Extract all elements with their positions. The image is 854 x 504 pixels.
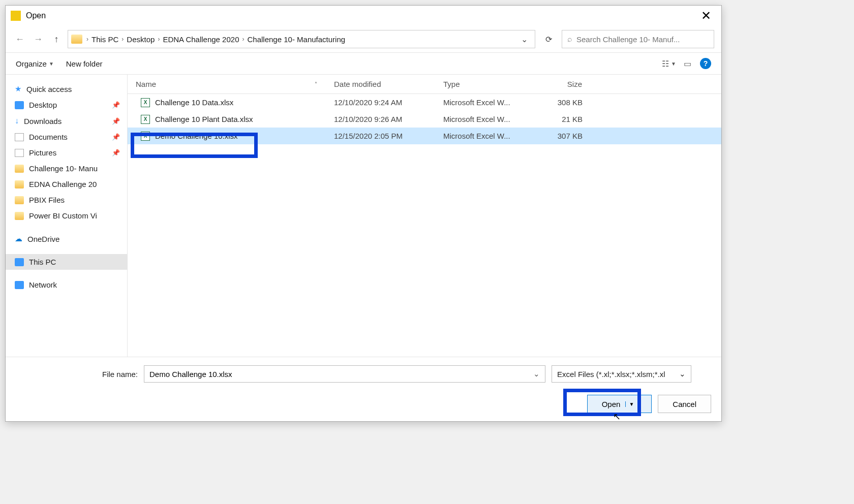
sidebar-quick-access[interactable]: ★ Quick access: [6, 81, 127, 97]
search-input[interactable]: [576, 35, 709, 44]
file-type: Microsoft Excel W...: [435, 115, 527, 123]
folder-icon: [71, 35, 82, 44]
sidebar-label: Documents: [29, 133, 68, 141]
chevron-right-icon: [157, 36, 161, 43]
breadcrumb-dropdown-icon[interactable]: ⌄: [517, 35, 532, 44]
view-mode-button[interactable]: ☷ ▼: [663, 59, 675, 68]
chevron-down-icon[interactable]: ⌄: [533, 369, 540, 379]
file-name: Challenge 10 Data.xlsx: [155, 98, 233, 107]
excel-icon: X: [141, 98, 150, 107]
pin-icon: 📌: [112, 101, 120, 109]
sort-asc-icon: ˄: [315, 81, 317, 87]
toolbar: Organize ▼ New folder ☷ ▼ ▭ ?: [6, 53, 721, 75]
file-type: Microsoft Excel W...: [435, 98, 527, 107]
download-icon: ↓: [15, 116, 19, 125]
organize-button[interactable]: Organize ▼: [16, 59, 54, 68]
file-row[interactable]: XChallenge 10 Data.xlsx 12/10/2020 9:24 …: [128, 94, 721, 111]
cancel-button[interactable]: Cancel: [658, 395, 711, 413]
file-type-filter[interactable]: Excel Files (*.xl;*.xlsx;*.xlsm;*.xl ⌄: [552, 365, 691, 383]
file-area: Name ˄ Date modified Type Size XChalleng…: [128, 75, 721, 357]
sidebar-item-downloads[interactable]: ↓ Downloads 📌: [6, 113, 127, 129]
chevron-right-icon: [85, 36, 89, 43]
chevron-right-icon: [120, 36, 125, 43]
back-button[interactable]: ←: [13, 32, 27, 46]
file-name: Challenge 10 Plant Data.xlsx: [155, 115, 253, 123]
sidebar-item-desktop[interactable]: Desktop 📌: [6, 97, 127, 113]
excel-icon: X: [141, 132, 150, 141]
sidebar-label: OneDrive: [27, 235, 59, 243]
open-file-dialog: Open ✕ ← → ↑ This PC Desktop EDNA Challe…: [5, 5, 722, 422]
folder-icon: [15, 196, 24, 204]
breadcrumb-segment[interactable]: This PC: [89, 35, 120, 44]
column-name[interactable]: Name ˄: [128, 75, 326, 93]
breadcrumb-segment[interactable]: EDNA Challenge 2020: [161, 35, 241, 44]
filename-value: Demo Challenge 10.xlsx: [149, 370, 232, 379]
button-row: Open ▼ Cancel ↖: [6, 391, 721, 421]
sidebar: ★ Quick access Desktop 📌 ↓ Downloads 📌 D…: [6, 75, 128, 357]
sidebar-item-this-pc[interactable]: This PC: [6, 254, 127, 270]
body-area: ★ Quick access Desktop 📌 ↓ Downloads 📌 D…: [6, 75, 721, 357]
bottom-bar: File name: Demo Challenge 10.xlsx ⌄ Exce…: [6, 357, 721, 391]
cancel-label: Cancel: [673, 400, 696, 408]
pictures-icon: [15, 149, 24, 157]
breadcrumb-segment[interactable]: Challenge 10- Manufacturing: [245, 35, 347, 44]
sidebar-item-documents[interactable]: Documents 📌: [6, 129, 127, 145]
file-size: 21 KB: [527, 115, 593, 123]
sidebar-item-pictures[interactable]: Pictures 📌: [6, 145, 127, 161]
sidebar-label: This PC: [29, 258, 56, 266]
sidebar-label: EDNA Challenge 20: [29, 180, 97, 188]
up-button[interactable]: ↑: [49, 32, 64, 46]
navigation-row: ← → ↑ This PC Desktop EDNA Challenge 202…: [6, 26, 721, 53]
search-box[interactable]: ⌕: [562, 30, 714, 48]
file-row[interactable]: XChallenge 10 Plant Data.xlsx 12/10/2020…: [128, 111, 721, 128]
file-date: 12/10/2020 9:24 AM: [326, 98, 435, 107]
search-icon: ⌕: [567, 35, 572, 44]
open-label: Open: [602, 400, 621, 408]
file-date: 12/15/2020 2:05 PM: [326, 132, 435, 140]
organize-label: Organize: [16, 59, 47, 68]
sidebar-label: Challenge 10- Manu: [29, 164, 98, 173]
filter-label: Excel Files (*.xl;*.xlsx;*.xlsm;*.xl: [557, 370, 665, 379]
sidebar-item-onedrive[interactable]: ☁ OneDrive: [6, 231, 127, 247]
forward-button[interactable]: →: [31, 32, 45, 46]
sidebar-item-folder[interactable]: Power BI Custom Vi: [6, 208, 127, 224]
column-size[interactable]: Size: [527, 75, 593, 93]
sidebar-label: Pictures: [29, 148, 56, 157]
new-folder-label: New folder: [66, 59, 103, 68]
sidebar-item-folder[interactable]: EDNA Challenge 20: [6, 176, 127, 192]
chevron-down-icon: ▼: [49, 61, 54, 67]
open-button[interactable]: Open ▼: [587, 395, 652, 413]
preview-pane-button[interactable]: ▭: [682, 59, 693, 68]
help-icon[interactable]: ?: [700, 58, 711, 69]
folder-icon: [15, 165, 24, 173]
file-size: 308 KB: [527, 98, 593, 107]
refresh-button[interactable]: ⟳: [539, 30, 558, 48]
file-name: Demo Challenge 10.xlsx: [155, 132, 238, 140]
column-date[interactable]: Date modified: [326, 75, 435, 93]
cloud-icon: ☁: [15, 234, 22, 243]
monitor-icon: [15, 258, 24, 266]
file-row-selected[interactable]: XDemo Challenge 10.xlsx 12/15/2020 2:05 …: [128, 128, 721, 144]
sidebar-label: PBIX Files: [29, 196, 65, 204]
filename-input[interactable]: Demo Challenge 10.xlsx ⌄: [144, 365, 545, 383]
new-folder-button[interactable]: New folder: [66, 59, 103, 68]
sidebar-label: Quick access: [26, 85, 72, 93]
chevron-down-icon: ⌄: [679, 369, 686, 379]
folder-icon: [15, 212, 24, 220]
desktop-icon: [15, 101, 24, 109]
filename-label: File name:: [102, 370, 138, 379]
file-header: Name ˄ Date modified Type Size: [128, 75, 721, 94]
open-split-dropdown[interactable]: ▼: [625, 401, 637, 407]
breadcrumb-segment[interactable]: Desktop: [125, 35, 157, 44]
file-type: Microsoft Excel W...: [435, 132, 527, 140]
sidebar-label: Power BI Custom Vi: [29, 211, 97, 220]
sidebar-item-folder[interactable]: Challenge 10- Manu: [6, 161, 127, 176]
star-icon: ★: [15, 84, 21, 93]
sidebar-item-folder[interactable]: PBIX Files: [6, 192, 127, 208]
sidebar-item-network[interactable]: Network: [6, 277, 127, 293]
column-type[interactable]: Type: [435, 75, 527, 93]
close-icon[interactable]: ✕: [696, 9, 716, 23]
breadcrumb[interactable]: This PC Desktop EDNA Challenge 2020 Chal…: [68, 30, 535, 48]
sidebar-label: Network: [29, 280, 57, 289]
chevron-right-icon: [241, 36, 245, 43]
